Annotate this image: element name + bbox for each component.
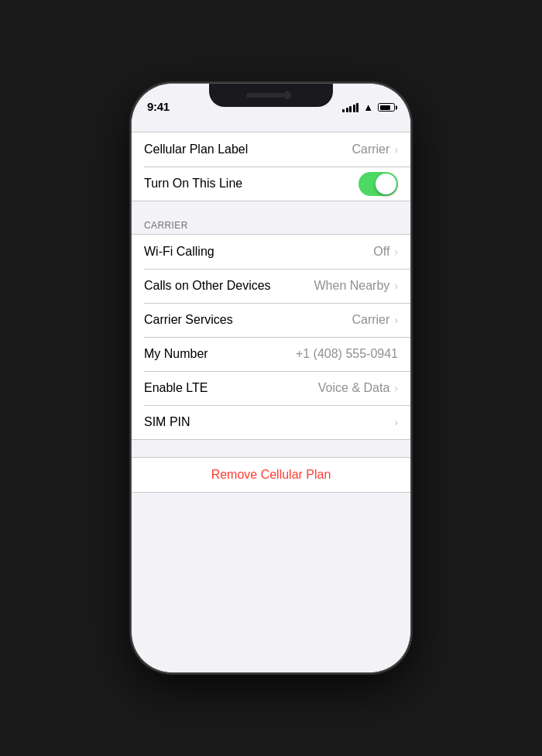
phone-frame: 9:41 ▲ ‹ Cell [132,84,410,672]
calls-on-other-devices-chevron-icon: › [394,280,398,292]
section-gap-1 [132,118,410,132]
enable-lte-row[interactable]: Enable LTE Voice & Data › [132,371,410,405]
cellular-plan-label-chevron-icon: › [394,143,398,156]
carrier-section-header: CARRIER [132,215,410,234]
notch-camera [283,91,291,99]
cellular-plan-label-right: Carrier › [352,143,398,156]
calls-on-other-devices-text: Calls on Other Devices [144,279,271,293]
section-gap-3 [132,440,410,454]
sim-pin-chevron-icon: › [394,416,398,428]
carrier-services-value: Carrier [352,313,389,327]
calls-on-other-devices-row[interactable]: Calls on Other Devices When Nearby › [132,269,410,303]
my-number-value: +1 (408) 555-0941 [296,347,398,361]
settings-content: Cellular Plan Label Carrier › Turn On Th… [132,118,410,672]
remove-cellular-plan-section: Remove Cellular Plan [132,457,410,493]
wifi-icon: ▲ [363,101,373,113]
status-icons: ▲ [342,101,395,113]
turn-on-line-text: Turn On This Line [144,177,242,191]
turn-on-line-row[interactable]: Turn On This Line [132,167,410,201]
my-number-text: My Number [144,347,208,361]
wifi-calling-row[interactable]: Wi-Fi Calling Off › [132,235,410,269]
carrier-services-right: Carrier › [352,313,398,327]
plan-settings-group: Cellular Plan Label Carrier › Turn On Th… [132,132,410,201]
enable-lte-value: Voice & Data [318,381,390,395]
wifi-calling-chevron-icon: › [394,246,398,258]
carrier-services-text: Carrier Services [144,313,233,327]
notch-speaker [246,93,283,98]
sim-pin-text: SIM PIN [144,415,190,429]
calls-on-other-devices-value: When Nearby [314,279,390,293]
section-gap-2 [132,201,410,215]
wifi-calling-text: Wi-Fi Calling [144,245,214,259]
carrier-services-row[interactable]: Carrier Services Carrier › [132,303,410,337]
enable-lte-chevron-icon: › [394,382,398,394]
turn-on-line-right [358,172,398,196]
sim-pin-row[interactable]: SIM PIN › [132,405,410,439]
status-time: 9:41 [147,100,170,113]
carrier-settings-group: Wi-Fi Calling Off › Calls on Other Devic… [132,234,410,440]
cellular-plan-label-value: Carrier [352,143,389,156]
cellular-plan-label-text: Cellular Plan Label [144,143,248,156]
battery-icon [378,103,395,112]
section-gap-4 [132,493,410,507]
calls-on-other-devices-right: When Nearby › [314,279,399,293]
signal-icon [342,103,358,112]
phone-screen: 9:41 ▲ ‹ Cell [132,84,410,672]
wifi-calling-value: Off [373,245,389,259]
wifi-calling-right: Off › [373,245,398,259]
enable-lte-text: Enable LTE [144,381,208,395]
notch [209,84,333,107]
cellular-plan-label-row[interactable]: Cellular Plan Label Carrier › [132,132,410,167]
my-number-row[interactable]: My Number +1 (408) 555-0941 [132,337,410,371]
turn-on-line-toggle[interactable] [358,172,398,196]
my-number-right: +1 (408) 555-0941 [296,347,398,361]
remove-cellular-plan-button[interactable]: Remove Cellular Plan [132,458,410,492]
carrier-services-chevron-icon: › [394,314,398,326]
sim-pin-right: › [393,416,398,428]
enable-lte-right: Voice & Data › [318,381,398,395]
toggle-thumb [376,174,396,194]
